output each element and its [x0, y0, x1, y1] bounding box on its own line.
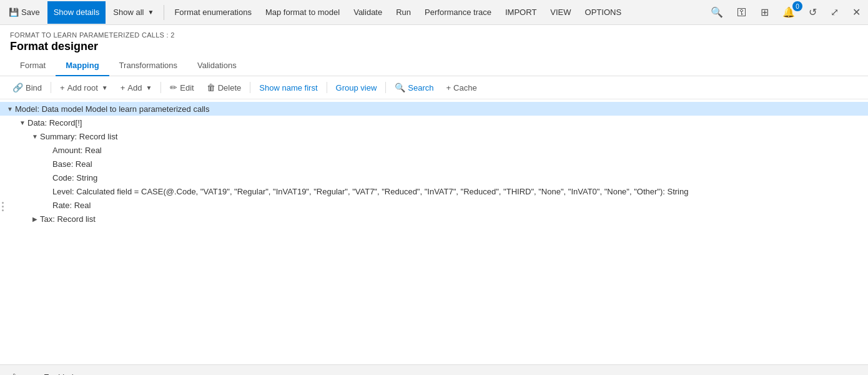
show-details-button[interactable]: Show details — [47, 1, 106, 24]
toggle-tax[interactable] — [30, 214, 40, 224]
show-name-first-button[interactable]: Show name first — [254, 81, 322, 95]
add-root-button[interactable]: + Add root ▼ — [55, 81, 113, 95]
toggle-summary[interactable] — [30, 131, 40, 141]
validate-button[interactable]: Validate — [347, 1, 388, 24]
label-root: Model: Data model Model to learn paramet… — [15, 104, 209, 114]
import-button[interactable]: IMPORT — [499, 1, 543, 24]
cache-plus-icon: + — [446, 83, 451, 92]
refresh-button[interactable]: ↺ — [804, 4, 822, 21]
close-button[interactable]: ✕ — [847, 4, 866, 21]
add-chevron-icon: ▼ — [145, 84, 152, 91]
add-root-plus-icon: + — [60, 83, 65, 92]
group-view-button[interactable]: Group view — [331, 81, 382, 95]
show-all-chevron-icon: ▼ — [148, 9, 154, 16]
separator-1 — [164, 5, 164, 20]
search-icon: 🔍 — [395, 82, 405, 92]
tree-item-level[interactable]: Level: Calculated field = CASE(@.Code, "… — [0, 184, 868, 198]
tree-item-amount[interactable]: Amount: Real — [0, 143, 868, 157]
label-summary: Summary: Record list — [40, 132, 117, 141]
show-all-button[interactable]: Show all ▼ — [107, 1, 160, 24]
tab-transformations[interactable]: Transformations — [109, 56, 187, 76]
status-trash-button[interactable]: 🗑 — [7, 370, 21, 376]
label-level: Level: Calculated field = CASE(@.Code, "… — [52, 187, 688, 196]
label-data: Data: Record[!] — [27, 118, 82, 128]
toggle-root[interactable] — [5, 104, 15, 114]
delete-button[interactable]: 🗑 Delete — [202, 80, 247, 95]
add-button[interactable]: + Add ▼ — [116, 81, 157, 95]
performance-trace-button[interactable]: Performance trace — [418, 1, 498, 24]
action-sep-4 — [327, 82, 327, 93]
map-format-to-model-button[interactable]: Map format to model — [259, 1, 346, 24]
label-code: Code: String — [52, 173, 97, 182]
edit-icon: ✏ — [170, 82, 177, 92]
view-button[interactable]: VIEW — [544, 1, 577, 24]
tab-format[interactable]: Format — [10, 56, 56, 76]
expand-button[interactable]: ⤢ — [826, 4, 844, 21]
top-toolbar: 💾 Save Show details Show all ▼ Format en… — [0, 0, 868, 25]
page-header: FORMAT TO LEARN PARAMETERIZED CALLS : 2 … — [0, 25, 868, 56]
edit-button[interactable]: ✏ Edit — [165, 80, 199, 95]
add-plus-icon: + — [121, 83, 126, 92]
toggle-data[interactable] — [17, 118, 27, 128]
notification-badge: 🔔 0 — [777, 4, 800, 21]
label-base: Base: Real — [52, 159, 92, 169]
save-button[interactable]: 💾 Save — [2, 1, 46, 24]
page-subtitle: FORMAT TO LEARN PARAMETERIZED CALLS : 2 — [10, 31, 858, 39]
tree-item-tax[interactable]: Tax: Record list — [0, 212, 868, 226]
tree-area[interactable]: Model: Data model Model to learn paramet… — [0, 99, 868, 364]
toolbar-right: 🔍 ⚿ ⊞ 🔔 0 ↺ ⤢ ✕ — [706, 4, 866, 21]
label-rate: Rate: Real — [52, 201, 91, 210]
search-button[interactable]: 🔍 Search — [390, 80, 438, 95]
cache-button[interactable]: + Cache — [441, 81, 481, 95]
tab-strip: Format Mapping Transformations Validatio… — [0, 56, 868, 76]
action-sep-2 — [160, 82, 161, 93]
tab-validations[interactable]: Validations — [187, 56, 247, 76]
content-area: 🔗 Bind + Add root ▼ + Add ▼ ✏ Edit 🗑 Del… — [0, 76, 868, 364]
options-button[interactable]: OPTIONS — [579, 1, 628, 24]
tree-item-code[interactable]: Code: String — [0, 171, 868, 184]
run-button[interactable]: Run — [390, 1, 417, 24]
status-enabled-text: Enabled — [44, 372, 74, 375]
tree-item-data[interactable]: Data: Record[!] — [0, 116, 868, 129]
office-icon-button[interactable]: ⊞ — [756, 4, 774, 21]
label-amount: Amount: Real — [52, 146, 102, 155]
tree-item-root[interactable]: Model: Data model Model to learn paramet… — [0, 102, 868, 116]
status-bar: 🗑 ✏ Enabled — [0, 364, 868, 375]
delete-icon: 🗑 — [207, 82, 215, 92]
label-tax: Tax: Record list — [40, 214, 96, 224]
bind-button[interactable]: 🔗 Bind — [7, 80, 47, 95]
action-sep-5 — [385, 82, 386, 93]
search-toolbar-button[interactable]: 🔍 — [706, 4, 728, 21]
status-edit-button[interactable]: ✏ — [26, 370, 39, 376]
drag-handle[interactable] — [0, 199, 6, 214]
save-icon: 💾 — [9, 8, 19, 17]
tree-item-base[interactable]: Base: Real — [0, 157, 868, 171]
notification-count: 0 — [792, 1, 802, 11]
format-enumerations-button[interactable]: Format enumerations — [168, 1, 258, 24]
add-root-chevron-icon: ▼ — [102, 84, 108, 91]
tab-mapping[interactable]: Mapping — [56, 56, 109, 76]
action-sep-1 — [51, 82, 51, 93]
key-icon-button[interactable]: ⚿ — [732, 4, 752, 21]
tree-item-summary[interactable]: Summary: Record list — [0, 129, 868, 143]
tree-item-rate[interactable]: Rate: Real — [0, 198, 868, 212]
action-sep-3 — [250, 82, 250, 93]
bind-icon: 🔗 — [12, 82, 23, 92]
page-title: Format designer — [10, 40, 858, 53]
action-bar: 🔗 Bind + Add root ▼ + Add ▼ ✏ Edit 🗑 Del… — [0, 76, 868, 99]
